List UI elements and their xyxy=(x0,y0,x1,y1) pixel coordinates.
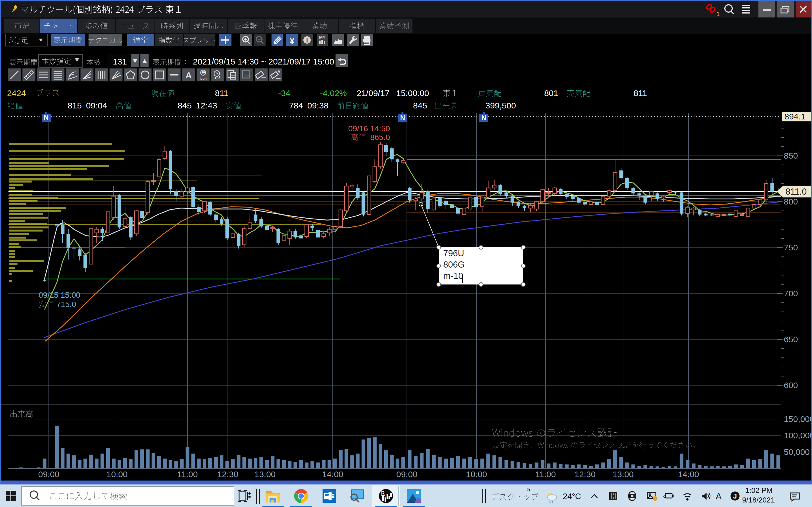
svg-text:09:38: 09:38 xyxy=(307,101,328,110)
svg-text:»: » xyxy=(527,486,530,493)
svg-text:R: R xyxy=(381,490,385,496)
svg-text:150,000: 150,000 xyxy=(784,414,812,424)
svg-text:796U: 796U xyxy=(443,248,464,258)
svg-text:800: 800 xyxy=(784,197,798,206)
svg-text:A: A xyxy=(186,70,192,80)
svg-text:10:00: 10:00 xyxy=(106,469,128,479)
svg-text:50,000: 50,000 xyxy=(784,447,810,457)
svg-text:24°C: 24°C xyxy=(563,492,581,501)
svg-text:100,000: 100,000 xyxy=(784,431,812,440)
svg-text:-34: -34 xyxy=(278,89,290,98)
svg-text:m-10: m-10 xyxy=(443,271,463,281)
svg-text:2021/09/15 14:30 ~ 2021/09/17: 2021/09/15 14:30 ~ 2021/09/17 15:00 xyxy=(193,57,334,66)
svg-text:12:30: 12:30 xyxy=(574,469,596,479)
svg-text:750: 750 xyxy=(784,243,798,252)
svg-text:N: N xyxy=(44,114,49,121)
svg-text:09:04: 09:04 xyxy=(86,101,107,110)
svg-text:09:00: 09:00 xyxy=(396,469,417,479)
svg-text:N: N xyxy=(481,114,486,121)
svg-text:13:00: 13:00 xyxy=(254,469,275,479)
svg-text:09/16 14:50: 09/16 14:50 xyxy=(348,124,390,133)
svg-text:21/09/17: 21/09/17 xyxy=(357,89,390,98)
svg-text:9/18/2021: 9/18/2021 xyxy=(742,496,775,504)
svg-text:J: J xyxy=(733,492,737,500)
svg-text:131: 131 xyxy=(113,57,127,66)
svg-text:894.1: 894.1 xyxy=(784,112,806,121)
svg-text:09:00: 09:00 xyxy=(38,469,59,479)
svg-text:600: 600 xyxy=(784,381,798,390)
svg-text:399,500: 399,500 xyxy=(486,101,516,110)
svg-text:15:00:00: 15:00:00 xyxy=(396,89,429,98)
svg-text:850: 850 xyxy=(784,151,798,160)
svg-text:865.0: 865.0 xyxy=(370,133,390,142)
svg-text:09/15 15:00: 09/15 15:00 xyxy=(39,291,80,299)
svg-text:1:02 PM: 1:02 PM xyxy=(745,486,772,495)
svg-text:12:43: 12:43 xyxy=(196,101,217,110)
svg-text:A: A xyxy=(716,491,722,501)
svg-text:11:00: 11:00 xyxy=(536,469,556,479)
svg-text:806G: 806G xyxy=(443,260,465,270)
svg-text:811: 811 xyxy=(633,89,647,98)
svg-text:845: 845 xyxy=(413,101,427,110)
svg-text:N: N xyxy=(400,114,405,121)
svg-text:801: 801 xyxy=(544,89,558,98)
svg-text:784: 784 xyxy=(289,101,303,110)
svg-text:811.0: 811.0 xyxy=(785,187,807,196)
svg-text:A: A xyxy=(277,69,280,74)
svg-text:12:30: 12:30 xyxy=(217,469,238,479)
svg-text:icon: icon xyxy=(200,76,207,80)
svg-text:14:00: 14:00 xyxy=(678,469,699,479)
svg-text:12:30: 12:30 xyxy=(324,494,330,497)
svg-text:2424: 2424 xyxy=(7,89,26,98)
svg-text:700: 700 xyxy=(784,289,798,298)
svg-text:11:00: 11:00 xyxy=(177,469,198,479)
svg-text:1: 1 xyxy=(716,11,720,17)
svg-text:-4.02%: -4.02% xyxy=(320,89,347,98)
svg-text:13:00: 13:00 xyxy=(612,469,633,479)
svg-text:815: 815 xyxy=(68,101,82,110)
svg-text:MY: MY xyxy=(319,35,326,40)
svg-text:10:00: 10:00 xyxy=(466,469,487,479)
svg-text:715.0: 715.0 xyxy=(56,300,76,309)
svg-text:i: i xyxy=(306,37,308,44)
svg-text:650: 650 xyxy=(784,335,798,344)
svg-text:845: 845 xyxy=(177,101,192,110)
svg-text:811: 811 xyxy=(215,89,229,98)
svg-text:¥: ¥ xyxy=(290,36,295,45)
svg-text:14:00: 14:00 xyxy=(322,469,343,479)
